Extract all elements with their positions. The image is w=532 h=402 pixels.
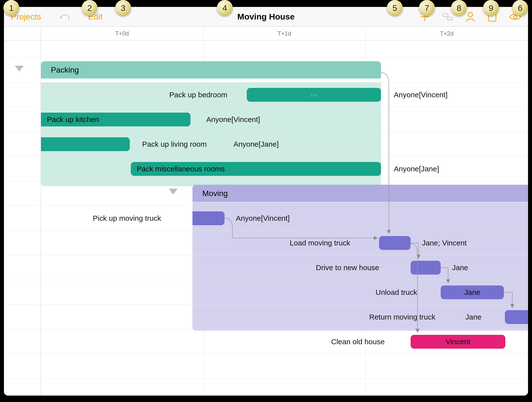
svg-rect-0 — [443, 14, 448, 17]
disclosure-icon[interactable] — [169, 189, 178, 195]
task-row-clean[interactable]: Clean old house Vincent — [4, 329, 528, 354]
task-row-pack-bedroom[interactable]: Pack up bedroom ››› Anyone[Vincent] — [4, 82, 528, 107]
link-icon[interactable] — [442, 13, 453, 21]
task-bar-pickup-truck[interactable] — [192, 211, 225, 225]
task-label: Return moving truck — [369, 310, 435, 324]
task-label: Load moving truck — [290, 236, 350, 250]
task-bar-drive[interactable] — [411, 261, 441, 275]
group-label: Packing — [51, 65, 79, 75]
disclosure-icon[interactable] — [15, 66, 24, 72]
timeline-gutter — [4, 27, 41, 40]
task-bar-unload[interactable]: Jane — [441, 285, 504, 299]
task-label: Pack up bedroom — [169, 88, 227, 102]
task-label: Clean old house — [331, 335, 385, 349]
timeline-header: T+0d T+1d T+2d — [4, 27, 528, 40]
task-bar-return-truck[interactable] — [505, 310, 528, 324]
task-assignee: Jane — [465, 310, 481, 324]
task-row-pickup-truck[interactable]: Pick up moving truck Anyone[Vincent] — [4, 206, 528, 231]
task-label: Unload truck — [376, 285, 417, 299]
callout-1: 1 — [3, 0, 19, 16]
task-label: Drive to new house — [316, 261, 379, 275]
svg-point-2 — [468, 12, 473, 17]
day-col-1: T+1d — [203, 27, 366, 40]
group-row-packing[interactable]: Packing — [4, 58, 528, 82]
group-label: Moving — [202, 189, 228, 198]
group-header-packing[interactable]: Packing — [41, 61, 381, 79]
task-assignee: Vincent — [446, 338, 470, 346]
app-window: Projects Edit Moving House — [4, 7, 528, 396]
task-assignee: Anyone[Jane] — [233, 137, 279, 151]
task-row-load-truck[interactable]: Load moving truck Jane; Vincent — [4, 231, 528, 255]
task-label: Pack miscellaneous rooms — [137, 165, 225, 173]
svg-rect-1 — [447, 17, 453, 20]
task-assignee: Anyone[Vincent] — [394, 88, 448, 102]
task-row-pack-kitchen[interactable]: Pack up kitchen Anyone[Vincent] — [4, 107, 528, 132]
callout-3: 3 — [115, 0, 131, 16]
task-bar-pack-misc[interactable]: Pack miscellaneous rooms — [131, 162, 381, 176]
task-assignee: Anyone[Jane] — [394, 162, 439, 176]
task-row-drive[interactable]: Drive to new house Jane — [4, 255, 528, 280]
task-label: Pick up moving truck — [93, 211, 161, 225]
group-header-moving[interactable]: Moving — [192, 185, 528, 202]
task-assignee: Jane — [452, 261, 468, 275]
callout-9: 9 — [483, 0, 499, 16]
task-assignee: Anyone[Vincent] — [236, 211, 290, 225]
task-row-return-truck[interactable]: Return moving truck Jane — [4, 305, 528, 329]
callout-8: 8 — [451, 0, 467, 16]
day-col-2: T+2d — [366, 27, 528, 40]
task-assignee: Jane — [464, 288, 480, 297]
undo-icon[interactable] — [59, 12, 70, 21]
task-bar-clean[interactable]: Vincent — [411, 335, 505, 349]
task-label: Pack up living room — [142, 137, 207, 151]
task-row-pack-misc[interactable]: Pack miscellaneous rooms Anyone[Jane] — [4, 157, 528, 181]
callout-4: 4 — [217, 0, 233, 16]
gantt-area[interactable]: Packing Pack up bedroom ››› Anyone[Vince… — [4, 40, 528, 396]
task-assignee: Jane; Vincent — [422, 236, 467, 250]
task-label: Pack up kitchen — [47, 115, 99, 124]
callout-7: 7 — [419, 0, 435, 16]
day-col-0: T+0d — [41, 27, 203, 40]
task-row-unload[interactable]: Unload truck Jane — [4, 280, 528, 305]
task-bar-pack-kitchen[interactable]: Pack up kitchen — [41, 113, 190, 126]
task-assignee: Anyone[Vincent] — [206, 113, 260, 126]
person-icon[interactable] — [465, 12, 475, 22]
svg-point-5 — [514, 15, 517, 18]
continue-icon: ››› — [310, 91, 318, 99]
task-bar-load-truck[interactable] — [379, 236, 411, 250]
callout-5: 5 — [387, 0, 403, 16]
callout-6: 6 — [512, 0, 528, 16]
callout-2: 2 — [82, 0, 97, 16]
task-bar-pack-living[interactable] — [41, 137, 130, 151]
task-row-pack-living[interactable]: Pack up living room Anyone[Jane] — [4, 132, 528, 157]
task-bar-pack-bedroom[interactable]: ››› — [247, 88, 381, 102]
